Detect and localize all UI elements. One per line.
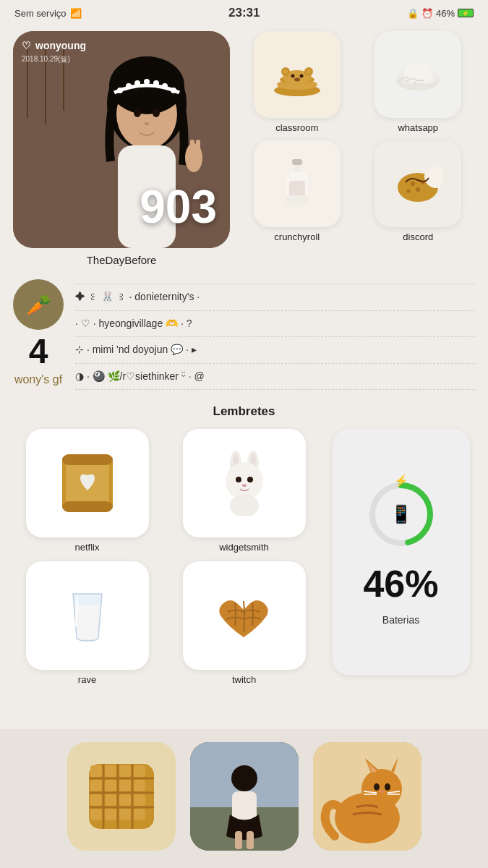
svg-point-12 bbox=[126, 83, 132, 89]
lembretes-rave[interactable]: rave bbox=[13, 561, 161, 685]
svg-rect-79 bbox=[105, 794, 116, 806]
svg-rect-51 bbox=[62, 501, 113, 512]
dock-photo[interactable] bbox=[190, 742, 299, 851]
status-right: 🔒 ⏰ 46% ⚡ bbox=[407, 8, 474, 19]
svg-point-13 bbox=[134, 80, 140, 86]
svg-point-28 bbox=[283, 69, 288, 74]
svg-point-44 bbox=[411, 182, 415, 186]
large-widget[interactable]: ♡ wonyoung 2018.10.29(월) 903 TheDayBefor… bbox=[13, 31, 230, 266]
dock-cat[interactable] bbox=[313, 742, 421, 851]
netflix-label: netflix bbox=[75, 542, 100, 553]
app-item-classroom[interactable]: classroom bbox=[240, 31, 354, 133]
lembretes-widgetsmith[interactable]: widgetsmith bbox=[170, 429, 318, 553]
svg-point-11 bbox=[117, 88, 123, 93]
svg-rect-82 bbox=[90, 809, 102, 820]
twitch-icon[interactable] bbox=[183, 561, 306, 670]
widgetsmith-icon[interactable] bbox=[183, 429, 306, 537]
svg-point-95 bbox=[361, 769, 402, 809]
svg-point-10 bbox=[145, 122, 149, 125]
wifi-icon: 📶 bbox=[70, 8, 82, 19]
profile-link-0: ✦ ꒰ 🐰 ꒱ · donieternity's · bbox=[75, 284, 475, 311]
widgetsmith-label: widgetsmith bbox=[219, 542, 269, 553]
svg-point-45 bbox=[416, 187, 420, 192]
svg-point-8 bbox=[134, 109, 141, 117]
svg-rect-74 bbox=[90, 780, 102, 791]
crunchyroll-label: crunchyroll bbox=[274, 231, 320, 242]
svg-rect-81 bbox=[134, 794, 145, 806]
svg-rect-41 bbox=[286, 195, 308, 204]
battery-widget-container: 📱 ⚡ 46% Baterias bbox=[327, 429, 475, 685]
widget-number: 903 bbox=[140, 180, 217, 234]
app-grid: classroom whats bbox=[240, 31, 475, 242]
svg-rect-91 bbox=[235, 831, 242, 849]
svg-rect-50 bbox=[62, 454, 113, 465]
battery-text: 46% bbox=[436, 8, 455, 19]
svg-point-59 bbox=[242, 484, 247, 487]
lembretes-title: Lembretes bbox=[13, 404, 475, 419]
widget-username-overlay: ♡ wonyoung bbox=[22, 40, 86, 51]
lembretes-section: Lembretes netflix bbox=[13, 404, 475, 685]
svg-point-31 bbox=[299, 75, 303, 78]
svg-rect-72 bbox=[119, 765, 131, 777]
svg-rect-78 bbox=[90, 794, 102, 806]
bottom-dock bbox=[0, 729, 488, 868]
battery-status-icon: ⚡ bbox=[458, 9, 474, 17]
svg-rect-92 bbox=[247, 831, 254, 849]
battery-circle-inner: 📱 bbox=[365, 478, 437, 550]
profile-link-2: ⊹ · mimi 'nd doyojun 💬 · ▸ bbox=[75, 337, 475, 364]
widget-username: wonyoung bbox=[35, 40, 86, 51]
svg-rect-38 bbox=[294, 165, 301, 172]
svg-point-30 bbox=[291, 75, 294, 78]
svg-rect-75 bbox=[105, 780, 116, 791]
netflix-icon[interactable] bbox=[26, 429, 149, 537]
svg-rect-80 bbox=[119, 794, 131, 806]
status-time: 23:31 bbox=[228, 6, 260, 20]
profile-name: wony's gf bbox=[14, 373, 62, 386]
svg-point-96 bbox=[374, 783, 380, 791]
svg-rect-73 bbox=[134, 765, 145, 777]
svg-rect-20 bbox=[190, 140, 194, 156]
svg-point-16 bbox=[162, 83, 168, 89]
svg-point-29 bbox=[307, 69, 311, 74]
classroom-icon[interactable] bbox=[254, 31, 341, 118]
main-content: ♡ wonyoung 2018.10.29(월) 903 TheDayBefor… bbox=[0, 24, 488, 851]
lembretes-netflix[interactable]: netflix bbox=[13, 429, 161, 553]
crunchyroll-icon[interactable] bbox=[254, 140, 341, 227]
profile-links: ✦ ꒰ 🐰 ꒱ · donieternity's · · ♡ · hyeongi… bbox=[75, 279, 475, 390]
status-bar: Sem serviço 📶 23:31 🔒 ⏰ 46% ⚡ bbox=[0, 0, 488, 24]
battery-bolt-icon: ⚡ bbox=[394, 474, 408, 488]
svg-rect-37 bbox=[292, 159, 302, 165]
profile-avatar: 🥕 bbox=[13, 279, 64, 330]
svg-point-58 bbox=[247, 477, 253, 482]
svg-rect-83 bbox=[105, 809, 116, 820]
carrier-text: Sem serviço bbox=[14, 8, 67, 19]
svg-point-32 bbox=[294, 78, 300, 82]
svg-rect-71 bbox=[105, 765, 116, 777]
phone-icon: 📱 bbox=[390, 504, 412, 524]
svg-point-97 bbox=[385, 783, 390, 791]
profile-section: 🥕 4 wony's gf ✦ ꒰ 🐰 ꒱ · donieternity's ·… bbox=[13, 279, 475, 390]
lock-icon: 🔒 bbox=[407, 8, 419, 19]
heart-icon: ♡ bbox=[22, 40, 31, 51]
profile-link-1: · ♡ · hyeongivillage 🫶 · ? bbox=[75, 311, 475, 338]
svg-point-46 bbox=[407, 190, 411, 193]
whatsapp-label: whatsapp bbox=[398, 122, 438, 133]
lembretes-twitch[interactable]: twitch bbox=[170, 561, 318, 685]
app-item-crunchyroll[interactable]: crunchyroll bbox=[240, 140, 354, 242]
svg-point-17 bbox=[171, 88, 176, 93]
svg-rect-70 bbox=[90, 765, 102, 777]
svg-point-14 bbox=[144, 79, 150, 85]
discord-icon[interactable] bbox=[374, 140, 461, 227]
svg-point-9 bbox=[153, 109, 160, 117]
battery-widget: 📱 ⚡ 46% Baterias bbox=[333, 429, 470, 675]
top-row: ♡ wonyoung 2018.10.29(월) 903 TheDayBefor… bbox=[13, 31, 475, 266]
battery-percent-display: 46% bbox=[363, 562, 438, 605]
rave-label: rave bbox=[78, 674, 96, 685]
app-item-discord[interactable]: discord bbox=[361, 140, 476, 242]
discord-label: discord bbox=[403, 231, 433, 242]
rave-icon[interactable] bbox=[26, 561, 149, 670]
widget-label: TheDayBefore bbox=[13, 254, 230, 266]
app-item-whatsapp[interactable]: whatsapp bbox=[361, 31, 476, 133]
dock-waffle[interactable] bbox=[67, 742, 176, 851]
whatsapp-icon[interactable] bbox=[374, 31, 461, 118]
